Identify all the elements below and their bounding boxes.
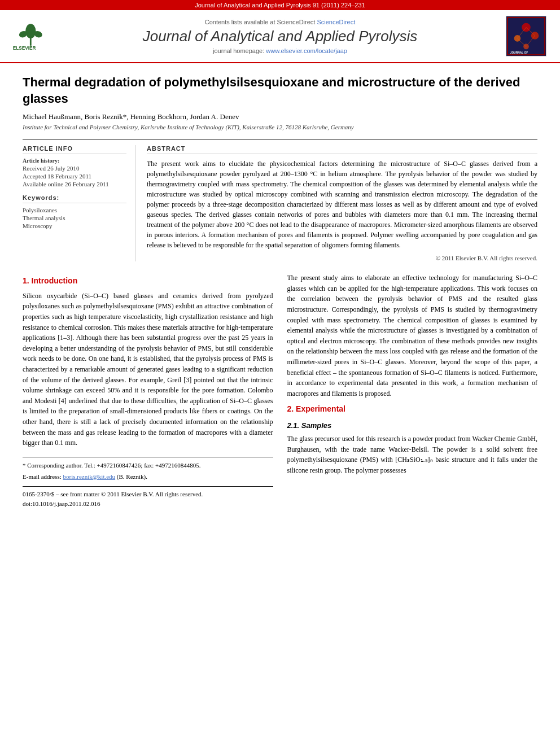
keyword-1: Polysiloxanes <box>23 207 126 213</box>
section2-heading: 2. Experimental <box>287 403 538 416</box>
accepted-date: Accepted 18 February 2011 <box>23 173 126 180</box>
keywords-label: Keywords: <box>23 194 126 203</box>
abstract-section: ABSTRACT The present work aims to elucid… <box>147 145 537 261</box>
main-content: Thermal degradation of polymethylsilsesq… <box>0 63 560 520</box>
section2-paragraph1: The glass precursor used for this resear… <box>287 434 538 475</box>
authors: Michael Haußmann, Boris Reznik*, Henning… <box>23 112 537 121</box>
svg-point-1 <box>25 24 36 38</box>
homepage-url[interactable]: www.elsevier.com/locate/jaap <box>266 47 347 54</box>
article-info-label: ARTICLE INFO <box>23 145 126 154</box>
footnotes: * Corresponding author. Tel.: +497216084… <box>23 457 273 482</box>
article-title: Thermal degradation of polymethylsilsesq… <box>23 75 537 107</box>
corresponding-author-note: * Corresponding author. Tel.: +497216084… <box>23 461 273 470</box>
authors-text: Michael Haußmann, Boris Reznik*, Henning… <box>23 112 239 121</box>
email-note: E-mail address: boris.reznik@kit.edu (B.… <box>23 472 273 482</box>
journal-header: ELSEVIER Contents lists available at Sci… <box>0 10 560 63</box>
journal-cover-image: JOURNAL OF <box>504 16 549 56</box>
journal-header-center: Contents lists available at ScienceDirec… <box>65 19 495 54</box>
body-two-col: 1. Introduction Silicon oxycarbide (Si–O… <box>23 273 537 509</box>
contents-text: Contents lists available at ScienceDirec… <box>205 19 316 25</box>
email-suffix: (B. Reznik). <box>117 473 147 480</box>
keyword-2: Thermal analysis <box>23 215 126 221</box>
journal-citation-bar: Journal of Analytical and Applied Pyroly… <box>0 0 560 10</box>
article-info-abstract: ARTICLE INFO Article history: Received 2… <box>23 139 537 261</box>
keywords-section: Keywords: Polysiloxanes Thermal analysis… <box>23 194 126 229</box>
affiliation: Institute for Technical and Polymer Chem… <box>23 124 537 130</box>
email-link[interactable]: boris.reznik@kit.edu <box>63 473 115 480</box>
available-date: Available online 26 February 2011 <box>23 181 126 187</box>
section2-1-heading: 2.1. Samples <box>287 420 538 431</box>
email-label: E-mail address: <box>23 473 62 480</box>
elsevier-logo: ELSEVIER <box>11 20 56 53</box>
history-label: Article history: <box>23 158 126 164</box>
svg-rect-5 <box>506 16 546 56</box>
contents-line: Contents lists available at ScienceDirec… <box>65 19 495 25</box>
journal-cover-thumbnail: JOURNAL OF <box>506 16 546 56</box>
section1-heading: 1. Introduction <box>23 275 273 287</box>
intro-paragraph-right: The present study aims to elaborate an e… <box>287 273 538 399</box>
body-left-col: 1. Introduction Silicon oxycarbide (Si–O… <box>23 273 273 509</box>
homepage-line: journal homepage: www.elsevier.com/locat… <box>65 47 495 54</box>
copyright-line: © 2011 Elsevier B.V. All rights reserved… <box>147 255 537 261</box>
received-date: Received 26 July 2010 <box>23 165 126 172</box>
article-info-panel: ARTICLE INFO Article history: Received 2… <box>23 145 135 261</box>
intro-paragraph-1: Silicon oxycarbide (Si–O–C) based glasse… <box>23 291 273 448</box>
journal-citation-text: Journal of Analytical and Applied Pyroly… <box>195 2 365 8</box>
abstract-label: ABSTRACT <box>147 145 537 154</box>
body-right-col: The present study aims to elaborate an e… <box>287 273 538 509</box>
svg-text:JOURNAL OF: JOURNAL OF <box>510 51 528 54</box>
svg-text:ELSEVIER: ELSEVIER <box>13 46 36 51</box>
journal-title: Journal of Analytical and Applied Pyroly… <box>65 28 495 45</box>
issn-line: 0165-2370/$ – see front matter © 2011 El… <box>23 490 273 499</box>
doi-line: doi:10.1016/j.jaap.2011.02.016 <box>23 499 273 509</box>
abstract-text: The present work aims to elucidate the p… <box>147 159 537 250</box>
sciencedirect-link[interactable]: ScienceDirect <box>317 19 355 25</box>
keyword-3: Microscopy <box>23 222 126 229</box>
doi-section: 0165-2370/$ – see front matter © 2011 El… <box>23 486 273 509</box>
homepage-label: journal homepage: <box>213 47 264 54</box>
